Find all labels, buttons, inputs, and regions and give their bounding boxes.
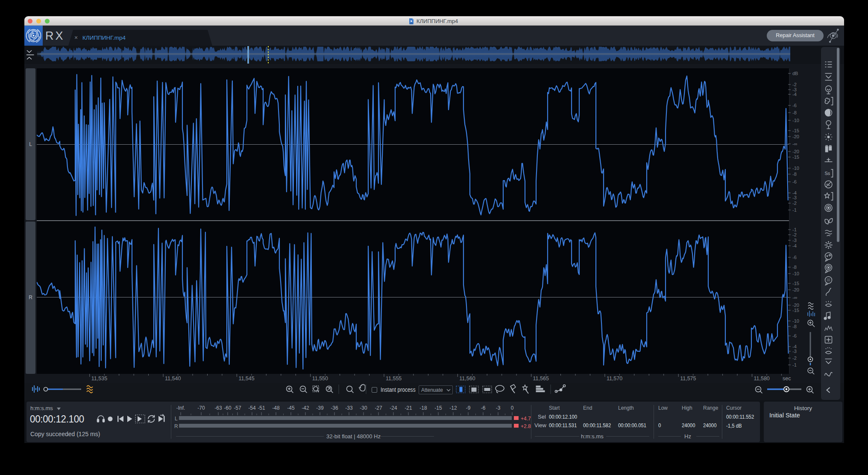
svg-text:-3: -3: [792, 195, 797, 200]
svg-text:-∞: -∞: [792, 295, 798, 300]
svg-text:-15: -15: [792, 281, 799, 286]
svg-text:-15: -15: [792, 154, 799, 160]
svg-text:11,545: 11,545: [238, 376, 254, 382]
svg-text:Ss: Ss: [825, 171, 830, 176]
svg-text:-1: -1: [792, 362, 797, 367]
svg-text:-20: -20: [792, 149, 799, 154]
svg-text:-20: -20: [792, 134, 799, 139]
svg-text:-10: -10: [792, 318, 799, 323]
svg-text:-6: -6: [792, 179, 797, 184]
svg-text:11,575: 11,575: [680, 376, 696, 382]
svg-text:11,570: 11,570: [607, 376, 622, 382]
svg-text:-3: -3: [792, 349, 797, 354]
svg-text:11,555: 11,555: [386, 376, 402, 382]
svg-text:dB: dB: [792, 71, 798, 76]
svg-text:-10: -10: [792, 118, 799, 123]
svg-text:-6: -6: [792, 333, 797, 338]
svg-text:-1: -1: [792, 227, 797, 232]
svg-text:-20: -20: [792, 303, 799, 308]
svg-text:11,535: 11,535: [91, 376, 107, 382]
svg-text:-20: -20: [792, 287, 799, 292]
svg-text:-8: -8: [792, 110, 797, 115]
svg-text:-10: -10: [792, 166, 799, 171]
svg-text:-8: -8: [792, 265, 797, 270]
svg-text:-6: -6: [792, 255, 797, 260]
svg-text:-2: -2: [792, 201, 797, 206]
svg-text:-4: -4: [792, 92, 797, 97]
svg-text:-8: -8: [792, 324, 797, 329]
svg-text:sec: sec: [783, 376, 791, 382]
svg-text:11,580: 11,580: [754, 376, 770, 382]
svg-text:-8: -8: [792, 172, 797, 177]
svg-text:11,565: 11,565: [533, 376, 549, 382]
svg-text:-2: -2: [792, 232, 797, 237]
svg-text:-3: -3: [792, 238, 797, 243]
svg-text:-15: -15: [792, 128, 799, 133]
svg-text:-4: -4: [792, 243, 797, 248]
svg-text:-∞: -∞: [792, 141, 798, 146]
svg-text:-15: -15: [792, 308, 799, 313]
svg-text:-2: -2: [792, 82, 797, 87]
svg-text:-10: -10: [792, 271, 799, 276]
svg-text:-6: -6: [792, 103, 797, 108]
svg-text:11,540: 11,540: [165, 376, 181, 382]
svg-text:-2: -2: [792, 356, 797, 361]
svg-text:-1: -1: [792, 207, 797, 213]
svg-text:11,550: 11,550: [312, 376, 328, 382]
svg-text:11,560: 11,560: [459, 376, 475, 382]
